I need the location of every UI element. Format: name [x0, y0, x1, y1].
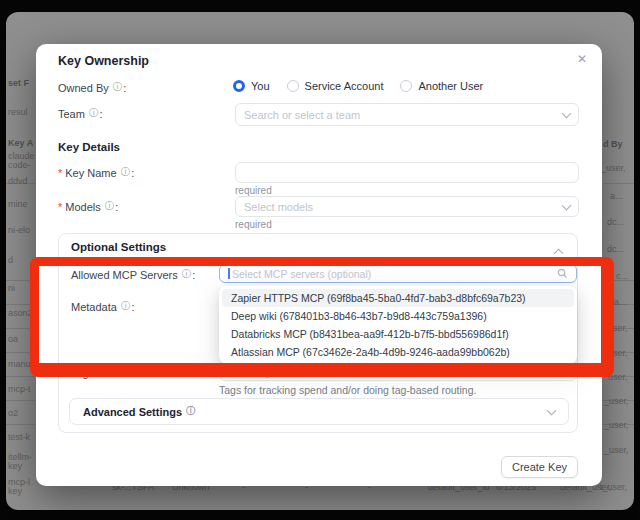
bg-text-fragment: user, [608, 372, 628, 382]
info-icon[interactable]: ⓘ [89, 107, 99, 120]
chevron-down-icon [547, 405, 557, 415]
mcp-placeholder: Select MCP servers (optional) [232, 268, 557, 280]
mcp-servers-dropdown: Zapier HTTPS MCP (69f8ba45-5ba0-4fd7-bab… [219, 286, 577, 364]
chevron-down-icon [562, 200, 572, 210]
radio-label: Another User [418, 80, 483, 92]
tags-placeholder: Enter tags [228, 366, 561, 378]
label-colon: : [123, 82, 126, 94]
chevron-down-icon [560, 365, 570, 375]
bg-text-fragment: oa [8, 334, 18, 344]
radio-unselected-icon [287, 80, 299, 92]
info-icon[interactable]: ⓘ [98, 366, 108, 379]
bg-text-fragment: d [8, 255, 13, 265]
radio-unselected-icon [400, 80, 412, 92]
models-select[interactable]: Select models [235, 196, 579, 217]
label-text: Allowed MCP Servers [71, 269, 178, 281]
radio-label: Service Account [305, 80, 384, 92]
label-colon: : [192, 269, 195, 281]
key-name-label: *Key Nameⓘ: [58, 166, 134, 179]
key-name-input[interactable] [235, 162, 579, 183]
mcp-server-option[interactable]: Zapier HTTPS MCP (69f8ba45-5ba0-4fd7-bab… [222, 289, 574, 307]
modal-title: Key Ownership [58, 54, 149, 68]
chevron-down-icon [562, 108, 572, 118]
create-key-modal: Key Ownership ✕ Owned Byⓘ: You Service A… [36, 44, 602, 486]
bg-text-fragment: mcp-t [8, 384, 31, 394]
radio-selected-icon [233, 80, 245, 92]
bg-text-fragment: test-k [8, 432, 30, 442]
chevron-up-icon[interactable] [554, 249, 564, 259]
owned-by-label: Owned Byⓘ: [58, 81, 126, 94]
required-asterisk: * [58, 201, 62, 213]
bg-text-fragment: resul [8, 107, 28, 117]
label-text: Team [58, 108, 85, 120]
mcp-server-option[interactable]: Deep wiki (678401b3-8b46-43b7-b9d8-443c7… [222, 307, 574, 325]
models-required-hint: required [235, 219, 272, 230]
info-icon[interactable]: ⓘ [186, 405, 196, 418]
label-text: Metadata [71, 301, 117, 313]
label-text: Models [65, 201, 100, 213]
bg-text-fragment: dc... [607, 217, 624, 227]
label-text: Key Name [65, 167, 116, 179]
bg-text-fragment: ni [8, 283, 15, 293]
allowed-mcp-servers-label: Allowed MCP Serversⓘ: [71, 268, 195, 281]
radio-owned-by-service-account[interactable]: Service Account [287, 80, 384, 92]
close-icon[interactable]: ✕ [577, 52, 587, 66]
bg-text-fragment: ni-elo [8, 225, 30, 235]
models-label: *Modelsⓘ: [58, 200, 118, 213]
label-text: Tags [71, 367, 94, 379]
bg-table-header: d By [603, 139, 623, 149]
create-key-button[interactable]: Create Key [501, 456, 578, 478]
info-icon[interactable]: ⓘ [121, 300, 131, 313]
bg-text-fragment: c... [616, 271, 628, 281]
bg-text-fragment: user, [608, 348, 628, 358]
label-colon: : [131, 167, 134, 179]
bg-text-fragment: key [8, 486, 22, 496]
bg-text-fragment: _user, [604, 445, 629, 455]
key-details-heading: Key Details [58, 141, 120, 153]
tags-label: Tagsⓘ: [71, 366, 112, 379]
bg-text-fragment: _user, [604, 396, 629, 406]
bg-text-fragment: key [8, 461, 22, 471]
label-text: Advanced Settings [83, 406, 182, 418]
label-colon: : [131, 301, 134, 313]
tags-help-text: Tags for tracking spend and/or doing tag… [219, 384, 476, 396]
advanced-settings-toggle[interactable]: Advanced Settingsⓘ [69, 398, 569, 425]
label-colon: : [99, 108, 102, 120]
info-icon[interactable]: ⓘ [121, 166, 131, 179]
create-key-label: Create Key [512, 461, 567, 473]
radio-owned-by-you[interactable]: You [233, 80, 270, 92]
radio-label: You [251, 80, 270, 92]
bg-text-fragment: set F [8, 78, 29, 88]
bg-text-fragment: code- [8, 160, 31, 170]
bg-table-header: Key A [8, 138, 33, 148]
optional-settings-panel: Optional Settings Allowed MCP Serversⓘ: … [58, 233, 578, 433]
label-colon: : [115, 201, 118, 213]
bg-text-fragment: mine [8, 199, 28, 209]
optional-settings-heading[interactable]: Optional Settings [71, 241, 166, 253]
tags-select[interactable]: Enter tags [219, 362, 577, 381]
bg-text-fragment: _user, [604, 420, 629, 430]
models-placeholder: Select models [244, 201, 563, 213]
bg-text-fragment: a... [610, 191, 623, 201]
mcp-server-option[interactable]: Databricks MCP (b8431bea-aa9f-412b-b7f5-… [222, 325, 574, 343]
search-icon [557, 268, 568, 279]
key-name-required-hint: required [235, 185, 272, 196]
info-icon[interactable]: ⓘ [113, 81, 123, 94]
bg-text-fragment: manu [8, 359, 31, 369]
mcp-server-option[interactable]: Atlassian MCP (67c3462e-2a4b-4d9b-9246-a… [222, 343, 574, 361]
bg-text-fragment: ddvd [8, 176, 28, 186]
team-placeholder: Search or select a team [244, 109, 563, 121]
text-cursor [228, 268, 230, 279]
team-select[interactable]: Search or select a team [235, 103, 579, 126]
radio-owned-by-another-user[interactable]: Another User [400, 80, 483, 92]
label-colon: : [109, 367, 112, 379]
label-text: Owned By [58, 82, 109, 94]
info-icon[interactable]: ⓘ [182, 268, 192, 281]
mcp-servers-select[interactable]: Select MCP servers (optional) [219, 264, 577, 283]
bg-text-fragment: ason2 [8, 308, 33, 318]
bg-text-fragment: o2 [8, 408, 18, 418]
info-icon[interactable]: ⓘ [105, 200, 115, 213]
bg-text-fragment: a... [614, 297, 627, 307]
required-asterisk: * [58, 167, 62, 179]
metadata-label: Metadataⓘ: [71, 300, 134, 313]
